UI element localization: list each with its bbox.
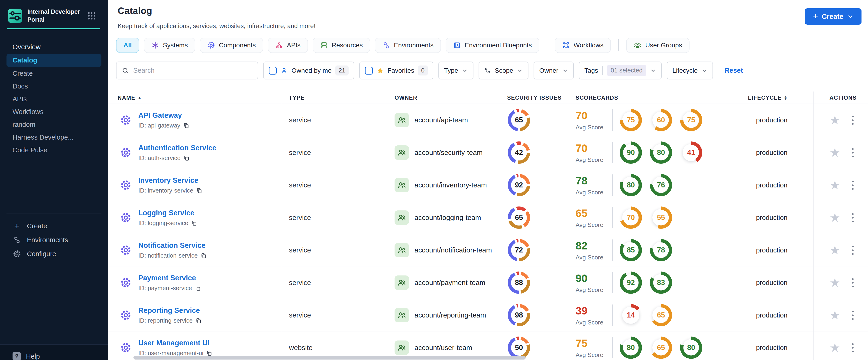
- app-grid-icon[interactable]: [87, 11, 97, 21]
- lifecycle-dropdown[interactable]: Lifecycle: [667, 62, 713, 80]
- copy-icon[interactable]: [206, 350, 212, 356]
- sidebar-item-overview[interactable]: Overview: [6, 41, 101, 53]
- scorecard-ring[interactable]: 14: [620, 304, 642, 326]
- sidebar-footer-item-create[interactable]: +Create: [0, 219, 108, 233]
- scorecard-ring[interactable]: 41: [680, 142, 702, 164]
- entity-name-link[interactable]: Authentication Service: [138, 144, 216, 152]
- tab-apis[interactable]: APIs: [268, 38, 308, 53]
- owner-value[interactable]: account/api-team: [414, 116, 468, 124]
- owner-value[interactable]: account/payment-team: [414, 279, 485, 287]
- favorite-star-icon[interactable]: ★: [830, 309, 840, 321]
- favorite-star-icon[interactable]: ★: [830, 114, 840, 126]
- entity-name-link[interactable]: User Management UI: [138, 339, 212, 347]
- favorite-star-icon[interactable]: ★: [830, 244, 840, 256]
- scorecard-ring[interactable]: 83: [650, 271, 672, 294]
- owned-by-me-checkbox[interactable]: [269, 67, 277, 74]
- tab-environment-blueprints[interactable]: Environment Blueprints: [445, 38, 539, 53]
- sidebar-item-workflows[interactable]: Workflows: [6, 106, 101, 118]
- tab-components[interactable]: Components: [200, 38, 263, 53]
- more-actions-kebab-icon[interactable]: [850, 179, 855, 191]
- owner-value[interactable]: account/user-team: [414, 344, 472, 352]
- sidebar-footer-item-configure[interactable]: Configure: [0, 247, 108, 261]
- tab-resources[interactable]: Resources: [313, 38, 370, 53]
- copy-icon[interactable]: [191, 220, 197, 226]
- search-input[interactable]: [133, 67, 252, 74]
- table-row[interactable]: Payment ServiceID: payment-serviceservic…: [108, 266, 868, 299]
- reset-filters-link[interactable]: Reset: [724, 67, 743, 74]
- scorecard-ring[interactable]: 60: [650, 109, 672, 131]
- favorite-star-icon[interactable]: ★: [830, 342, 840, 354]
- entity-name-link[interactable]: Logging Service: [138, 209, 197, 217]
- scorecard-ring[interactable]: 80: [680, 336, 702, 359]
- owner-value[interactable]: account/notification-team: [414, 246, 492, 254]
- tags-dropdown[interactable]: Tags 01 selected: [579, 62, 662, 80]
- scorecard-ring[interactable]: 80: [620, 336, 642, 359]
- scorecard-ring[interactable]: 75: [680, 109, 702, 131]
- sidebar-item-code-pulse[interactable]: Code Pulse: [6, 144, 101, 156]
- tab-environments[interactable]: Environments: [375, 38, 441, 53]
- table-row[interactable]: Inventory ServiceID: inventory-servicese…: [108, 169, 868, 201]
- sidebar-item-docs[interactable]: Docs: [6, 80, 101, 92]
- entity-name-link[interactable]: Payment Service: [138, 274, 201, 282]
- owner-dropdown[interactable]: Owner: [533, 62, 574, 80]
- copy-icon[interactable]: [196, 187, 203, 194]
- entity-name-link[interactable]: Inventory Service: [138, 176, 203, 185]
- owner-value[interactable]: account/logging-team: [414, 214, 481, 221]
- table-row[interactable]: Authentication ServiceID: auth-servicese…: [108, 136, 868, 169]
- scorecard-ring[interactable]: 85: [620, 239, 642, 261]
- scorecard-ring[interactable]: 70: [620, 207, 642, 229]
- table-row[interactable]: API GatewayID: api-gatewayserviceaccount…: [108, 104, 868, 136]
- scorecard-ring[interactable]: 80: [620, 174, 642, 196]
- copy-icon[interactable]: [195, 285, 201, 291]
- sidebar-item-catalog[interactable]: Catalog: [6, 54, 101, 67]
- tab-systems[interactable]: Systems: [144, 38, 195, 53]
- more-actions-kebab-icon[interactable]: [850, 114, 855, 126]
- scorecard-ring[interactable]: 65: [650, 304, 672, 326]
- scope-dropdown[interactable]: Scope: [478, 62, 528, 80]
- entity-name-link[interactable]: Reporting Service: [138, 306, 202, 315]
- table-row[interactable]: Notification ServiceID: notification-ser…: [108, 234, 868, 266]
- column-header-lifecycle[interactable]: LIFECYCLE ▲▼: [753, 94, 813, 101]
- favorite-star-icon[interactable]: ★: [830, 179, 840, 191]
- owner-value[interactable]: account/reporting-team: [414, 311, 486, 319]
- more-actions-kebab-icon[interactable]: [850, 277, 855, 289]
- sidebar-item-apis[interactable]: APIs: [6, 93, 101, 105]
- horizontal-scrollbar-thumb[interactable]: [133, 356, 526, 360]
- scorecard-ring[interactable]: 55: [650, 207, 672, 229]
- sidebar-item-random[interactable]: random: [6, 119, 101, 131]
- favorites-checkbox[interactable]: [365, 67, 373, 74]
- table-row[interactable]: Logging ServiceID: logging-serviceservic…: [108, 201, 868, 234]
- more-actions-kebab-icon[interactable]: [850, 309, 855, 321]
- column-header-name[interactable]: NAME ▲: [108, 91, 282, 104]
- tab-user-groups[interactable]: User Groups: [626, 38, 689, 53]
- scorecard-ring[interactable]: 92: [620, 271, 642, 294]
- tab-all[interactable]: All: [116, 38, 139, 53]
- owner-value[interactable]: account/inventory-team: [414, 181, 487, 189]
- scorecard-ring[interactable]: 90: [620, 142, 642, 164]
- table-row[interactable]: Reporting ServiceID: reporting-servicese…: [108, 299, 868, 331]
- create-button[interactable]: + Create: [805, 8, 862, 25]
- sidebar-item-help[interactable]: ? Help: [0, 345, 108, 360]
- favorites-filter[interactable]: Favorites 0: [359, 62, 434, 80]
- tab-workflows[interactable]: Workflows: [555, 38, 611, 53]
- copy-icon[interactable]: [183, 155, 190, 161]
- scorecard-ring[interactable]: 75: [620, 109, 642, 131]
- entity-name-link[interactable]: Notification Service: [138, 241, 207, 250]
- sidebar-item-create[interactable]: Create: [6, 68, 101, 80]
- sidebar-footer-item-environments[interactable]: Environments: [0, 233, 108, 247]
- copy-icon[interactable]: [200, 252, 207, 259]
- favorite-star-icon[interactable]: ★: [830, 277, 840, 289]
- more-actions-kebab-icon[interactable]: [850, 147, 855, 159]
- sidebar-item-harness-develope-[interactable]: Harness Develope...: [6, 131, 101, 144]
- type-dropdown[interactable]: Type: [438, 62, 473, 80]
- scorecard-ring[interactable]: 76: [650, 174, 672, 196]
- favorite-star-icon[interactable]: ★: [830, 212, 840, 224]
- owner-value[interactable]: account/security-team: [414, 149, 483, 156]
- more-actions-kebab-icon[interactable]: [850, 212, 855, 224]
- more-actions-kebab-icon[interactable]: [850, 342, 855, 354]
- favorite-star-icon[interactable]: ★: [830, 147, 840, 159]
- owned-by-me-filter[interactable]: Owned by me 21: [263, 62, 354, 80]
- scorecard-ring[interactable]: 78: [650, 239, 672, 261]
- copy-icon[interactable]: [195, 318, 202, 324]
- copy-icon[interactable]: [183, 122, 189, 129]
